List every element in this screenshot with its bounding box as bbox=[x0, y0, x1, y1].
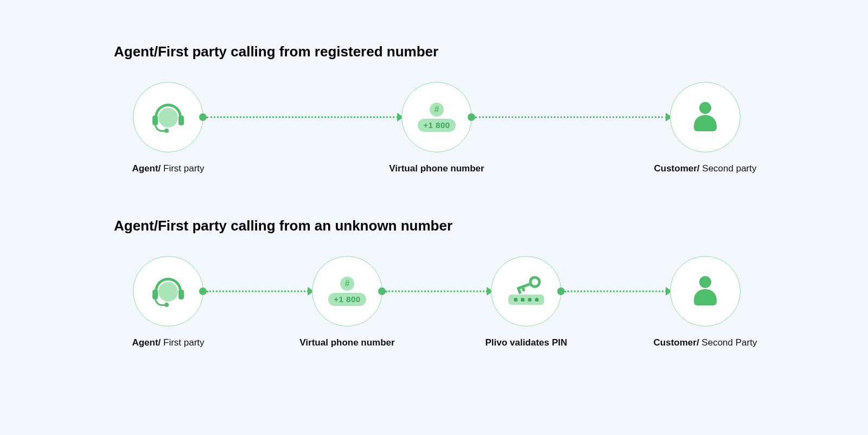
hash-icon: # bbox=[340, 277, 354, 291]
section-title-registered: Agent/First party calling from registere… bbox=[114, 43, 760, 60]
user-icon bbox=[692, 276, 719, 306]
node-circle-customer bbox=[670, 82, 741, 152]
node-label-customer: Customer/ Second Party bbox=[635, 337, 776, 348]
node-circle-agent bbox=[133, 256, 203, 327]
headset-icon bbox=[152, 101, 184, 133]
headset-icon bbox=[152, 276, 184, 307]
key-icon bbox=[515, 274, 542, 295]
user-icon bbox=[692, 102, 719, 132]
pin-key-icon bbox=[507, 278, 545, 305]
node-pin: Plivo validates PIN bbox=[491, 256, 561, 327]
node-virtual: # +1 800 Virtual phone number bbox=[312, 256, 382, 327]
node-customer: Customer/ Second Party bbox=[670, 256, 741, 327]
phone-number-icon: # +1 800 bbox=[418, 103, 455, 132]
section-title-unknown: Agent/First party calling from an unknow… bbox=[114, 218, 760, 234]
node-label-pin: Plivo validates PIN bbox=[456, 337, 597, 348]
section-registered: Agent/First party calling from registere… bbox=[114, 43, 760, 152]
connector bbox=[200, 291, 315, 292]
node-circle-customer bbox=[670, 256, 741, 327]
node-circle-agent bbox=[133, 82, 203, 152]
node-agent: Agent/ First party bbox=[133, 256, 203, 327]
connector-start-dot-icon bbox=[199, 287, 207, 295]
pin-pad-icon bbox=[508, 295, 544, 305]
node-label-agent: Agent/ First party bbox=[98, 337, 239, 348]
node-agent: Agent/ First party bbox=[133, 82, 203, 152]
connector-start-dot-icon bbox=[378, 287, 386, 295]
section-unknown: Agent/First party calling from an unknow… bbox=[114, 218, 760, 327]
connector-start-dot-icon bbox=[468, 113, 475, 121]
node-customer: Customer/ Second party bbox=[670, 82, 741, 152]
node-label-customer: Customer/ Second party bbox=[635, 163, 776, 174]
node-circle-pin bbox=[491, 256, 561, 327]
connector-start-dot-icon bbox=[199, 113, 207, 121]
connector bbox=[379, 291, 494, 292]
connector bbox=[469, 117, 673, 118]
connector-start-dot-icon bbox=[557, 287, 565, 295]
connector bbox=[200, 117, 405, 118]
hash-icon: # bbox=[430, 103, 444, 117]
node-label-agent: Agent/ First party bbox=[98, 163, 239, 174]
phone-pill: +1 800 bbox=[418, 119, 455, 132]
phone-number-icon: # +1 800 bbox=[328, 277, 366, 306]
flow-registered: Agent/ First party # +1 800 Virtual phon… bbox=[114, 82, 760, 152]
node-circle-virtual: # +1 800 bbox=[312, 256, 382, 327]
node-virtual: # +1 800 Virtual phone number bbox=[401, 82, 472, 152]
phone-pill: +1 800 bbox=[328, 293, 366, 306]
connector bbox=[558, 291, 673, 292]
node-circle-virtual: # +1 800 bbox=[401, 82, 472, 152]
node-label-virtual: Virtual phone number bbox=[277, 337, 418, 348]
node-label-virtual: Virtual phone number bbox=[366, 163, 507, 174]
flow-unknown: Agent/ First party # +1 800 Virtual phon… bbox=[114, 256, 760, 327]
